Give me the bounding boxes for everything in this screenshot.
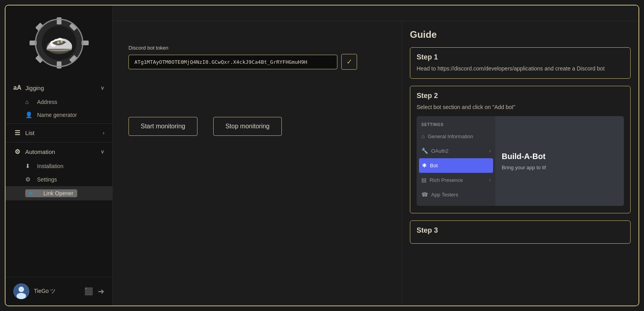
logo-icon xyxy=(28,15,91,70)
guide-step-2-body: Select bot section and click on "Add bot… xyxy=(410,103,630,213)
jigging-icon: aA xyxy=(13,84,21,91)
monitoring-buttons: Start monitoring Stop monitoring xyxy=(128,117,282,136)
avatar xyxy=(13,283,29,299)
discord-mockup: SETTINGS ⌂ General Information 🔧 OAuth2 … xyxy=(417,116,624,206)
guide-title: Guide xyxy=(410,29,631,40)
discord-item-general[interactable]: ⌂ General Information xyxy=(417,129,495,144)
discord-settings-label: SETTINGS xyxy=(417,120,495,129)
link-opener-pill: P Link Opener xyxy=(25,189,77,197)
guide-step-3: Step 3 xyxy=(410,220,631,244)
sidebar: aA Jigging ∨ ⌂ Address 👤 Name generator … xyxy=(6,6,113,305)
guide-step-2-header: Step 2 xyxy=(410,86,630,103)
token-input-row: ✓ xyxy=(128,54,357,70)
sidebar-item-name-generator[interactable]: 👤 Name generator xyxy=(6,108,112,122)
svg-point-15 xyxy=(60,41,63,43)
svg-point-14 xyxy=(57,41,60,44)
main-content: Discord bot token ✓ Start monitoring Sto… xyxy=(113,6,638,305)
app-container: aA Jigging ∨ ⌂ Address 👤 Name generator … xyxy=(5,5,639,306)
rich-presence-icon: ▤ xyxy=(421,176,426,184)
guide-step-3-body xyxy=(410,238,630,243)
logout-arrow-icon[interactable]: ➜ xyxy=(98,287,104,296)
sidebar-item-settings[interactable]: ⚙ Settings xyxy=(6,173,112,186)
footer-username: TieGo ツ xyxy=(34,288,80,295)
guide-step-2: Step 2 Select bot section and click on "… xyxy=(410,86,631,213)
discord-right-panel: Build-A-Bot Bring your app to lif xyxy=(495,116,624,206)
rich-presence-arrow: › xyxy=(489,177,491,183)
nav-divider-2 xyxy=(6,142,112,143)
guide-step-3-header: Step 3 xyxy=(410,221,630,238)
discord-build-title: Build-A-Bot xyxy=(502,150,618,162)
testers-icon: ☎ xyxy=(421,191,428,199)
home-icon: ⌂ xyxy=(421,132,424,141)
svg-rect-2 xyxy=(57,61,61,68)
svg-point-18 xyxy=(19,287,24,292)
gear-icon: ⚙ xyxy=(13,148,21,156)
avatar-icon xyxy=(13,283,29,299)
sidebar-item-automation[interactable]: ⚙ Automation ∨ xyxy=(6,144,112,159)
top-bar xyxy=(113,6,638,21)
token-section: Discord bot token ✓ xyxy=(128,45,357,70)
guide-step-1-body: Head to https://discord.com/developers/a… xyxy=(410,65,630,78)
logout-icon[interactable]: ⬛ xyxy=(84,287,93,296)
wrench-icon: 🔧 xyxy=(421,147,428,155)
person-icon: 👤 xyxy=(25,111,33,118)
stop-monitoring-button[interactable]: Stop monitoring xyxy=(213,117,282,136)
discord-item-oauth2[interactable]: 🔧 OAuth2 › xyxy=(417,144,495,158)
discord-item-bot[interactable]: ✱ Bot xyxy=(419,158,493,173)
settings-icon: ⚙ xyxy=(25,176,33,183)
guide-panel: Guide Step 1 Head to https://discord.com… xyxy=(402,21,638,305)
guide-step-1-header: Step 1 xyxy=(410,48,630,65)
token-label: Discord bot token xyxy=(128,45,357,51)
discord-build-sub: Bring your app to lif xyxy=(502,164,618,172)
center-panel: Discord bot token ✓ Start monitoring Sto… xyxy=(113,21,402,305)
body-area: Discord bot token ✓ Start monitoring Sto… xyxy=(113,21,638,305)
discord-sidebar-mock: SETTINGS ⌂ General Information 🔧 OAuth2 … xyxy=(417,116,495,206)
sidebar-item-list[interactable]: ☰ List › xyxy=(6,125,112,141)
sidebar-nav: aA Jigging ∨ ⌂ Address 👤 Name generator … xyxy=(6,76,112,277)
sidebar-logo xyxy=(6,6,112,76)
sidebar-item-installation[interactable]: ⬇ Installation xyxy=(6,159,112,173)
sidebar-item-link-opener[interactable]: P Link Opener xyxy=(6,186,112,200)
start-monitoring-button[interactable]: Start monitoring xyxy=(128,117,197,136)
discord-item-app-testers[interactable]: ☎ App Testers xyxy=(417,187,495,202)
oauth2-arrow: › xyxy=(489,148,491,154)
nav-divider xyxy=(6,123,112,124)
sidebar-footer: TieGo ツ ⬛ ➜ xyxy=(6,277,112,305)
token-input[interactable] xyxy=(128,55,337,69)
download-icon: ⬇ xyxy=(25,163,33,170)
list-icon: ☰ xyxy=(13,129,21,137)
svg-rect-1 xyxy=(57,17,61,24)
address-icon: ⌂ xyxy=(25,98,33,105)
bot-icon: ✱ xyxy=(422,161,427,170)
token-check-button[interactable]: ✓ xyxy=(341,54,357,70)
paypal-icon: P xyxy=(29,191,37,196)
guide-step-1: Step 1 Head to https://discord.com/devel… xyxy=(410,47,631,79)
sidebar-item-address[interactable]: ⌂ Address xyxy=(6,95,112,108)
discord-item-rich-presence[interactable]: ▤ Rich Presence › xyxy=(417,173,495,187)
sidebar-item-jigging[interactable]: aA Jigging ∨ xyxy=(6,80,112,95)
